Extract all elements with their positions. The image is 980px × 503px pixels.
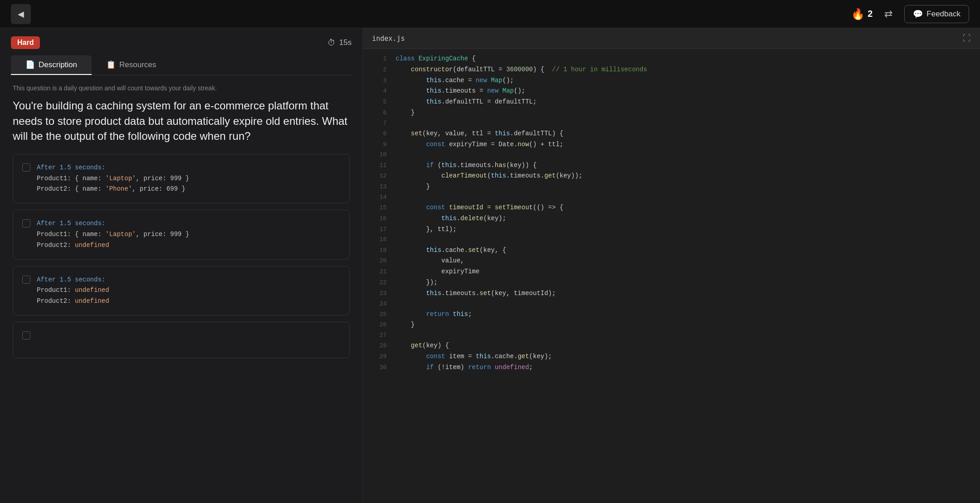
line-content: } xyxy=(396,108,415,118)
right-panel: index.js ⛶ 1class ExpiringCache {2 const… xyxy=(363,28,980,503)
code-line: 2 constructor(defaultTTL = 3600000) { //… xyxy=(363,64,980,75)
code-line: 4 this.timeouts = new Map(); xyxy=(363,86,980,97)
line-content: expiryTime xyxy=(396,266,480,277)
resources-tab-label: Resources xyxy=(119,60,156,69)
code-line: 8 set(key, value, ttl = this.defaultTTL)… xyxy=(363,128,980,139)
line-number: 21 xyxy=(370,267,387,277)
checkbox-b[interactable] xyxy=(22,219,30,227)
code-line: 22 }); xyxy=(363,277,980,288)
tab-description[interactable]: 📄 Description xyxy=(11,55,92,75)
code-line: 13 } xyxy=(363,182,980,192)
line-number: 17 xyxy=(370,225,387,235)
line-number: 20 xyxy=(370,256,387,266)
line-number: 28 xyxy=(370,341,387,351)
main-container: Hard ⏱ 15s 📄 Description 📋 Resources Thi… xyxy=(0,28,980,503)
line-content: return this; xyxy=(396,309,472,320)
line-content: }); xyxy=(396,277,437,288)
code-line: 18 xyxy=(363,235,980,245)
difficulty-badge: Hard xyxy=(11,36,40,49)
description-tab-icon: 📄 xyxy=(25,60,35,69)
line-content: this.defaultTTL = defaultTTL; xyxy=(396,97,537,108)
line-content: if (this.timeouts.has(key)) { xyxy=(396,160,537,171)
line-content: this.timeouts = new Map(); xyxy=(396,86,525,97)
feedback-label: Feedback xyxy=(926,10,960,19)
line-content: set(key, value, ttl = this.defaultTTL) { xyxy=(396,128,564,139)
line-number: 12 xyxy=(370,171,387,181)
line-content: if (!item) return undefined; xyxy=(396,362,533,373)
checkbox-c[interactable] xyxy=(22,276,30,284)
answer-option-d[interactable] xyxy=(13,322,350,358)
option-code-b: After 1.5 seconds: Product1: { name: 'La… xyxy=(37,218,189,251)
back-button[interactable]: ◀ xyxy=(11,4,31,24)
code-line: 27 xyxy=(363,330,980,340)
answer-option-b[interactable]: After 1.5 seconds: Product1: { name: 'La… xyxy=(13,210,350,259)
line-content: }, ttl); xyxy=(396,224,456,235)
code-line: 11 if (this.timeouts.has(key)) { xyxy=(363,160,980,171)
code-line: 14 xyxy=(363,192,980,202)
line-content: } xyxy=(396,182,430,192)
line-content: const item = this.cache.get(key); xyxy=(396,351,552,362)
line-number: 22 xyxy=(370,278,387,288)
chat-icon: 💬 xyxy=(913,9,923,19)
line-number: 18 xyxy=(370,235,387,245)
line-number: 30 xyxy=(370,363,387,373)
line-number: 16 xyxy=(370,214,387,224)
daily-note: This question is a daily question and wi… xyxy=(13,84,350,92)
line-number: 7 xyxy=(370,118,387,128)
panel-header: Hard ⏱ 15s xyxy=(0,28,363,49)
code-line: 24 xyxy=(363,299,980,309)
panel-content: This question is a daily question and wi… xyxy=(0,75,363,374)
topbar-right: 🔥 2 ⇄ 💬 Feedback xyxy=(851,5,969,23)
timer-value: 15s xyxy=(339,38,352,47)
line-number: 14 xyxy=(370,192,387,202)
line-number: 13 xyxy=(370,182,387,192)
file-tab: index.js xyxy=(372,35,405,43)
line-content: get(key) { xyxy=(396,340,449,351)
line-number: 19 xyxy=(370,246,387,256)
line-number: 29 xyxy=(370,352,387,362)
line-number: 8 xyxy=(370,129,387,139)
shuffle-icon: ⇄ xyxy=(884,8,892,20)
line-number: 15 xyxy=(370,203,387,213)
code-line: 6 } xyxy=(363,108,980,118)
code-line: 17 }, ttl); xyxy=(363,224,980,235)
code-line: 29 const item = this.cache.get(key); xyxy=(363,351,980,362)
streak-count: 2 xyxy=(867,9,872,19)
line-content: class ExpiringCache { xyxy=(396,54,475,64)
checkbox-d[interactable] xyxy=(22,331,30,340)
shuffle-button[interactable]: ⇄ xyxy=(882,5,895,23)
code-line: 19 this.cache.set(key, { xyxy=(363,245,980,256)
checkbox-a[interactable] xyxy=(22,163,30,172)
tabs: 📄 Description 📋 Resources xyxy=(11,55,352,75)
line-number: 27 xyxy=(370,330,387,340)
code-line: 5 this.defaultTTL = defaultTTL; xyxy=(363,97,980,108)
code-line: 28 get(key) { xyxy=(363,340,980,351)
feedback-button[interactable]: 💬 Feedback xyxy=(904,5,969,23)
line-content: this.cache = new Map(); xyxy=(396,75,514,86)
line-content: value, xyxy=(396,256,464,266)
left-panel: Hard ⏱ 15s 📄 Description 📋 Resources Thi… xyxy=(0,28,363,503)
line-number: 10 xyxy=(370,150,387,160)
line-number: 26 xyxy=(370,320,387,330)
line-number: 11 xyxy=(370,161,387,171)
line-number: 25 xyxy=(370,310,387,320)
line-content: } xyxy=(396,320,415,330)
code-line: 20 value, xyxy=(363,256,980,266)
description-tab-label: Description xyxy=(39,60,77,69)
answer-option-c[interactable]: After 1.5 seconds: Product1: undefined P… xyxy=(13,266,350,316)
option-code-c: After 1.5 seconds: Product1: undefined P… xyxy=(37,275,109,307)
answer-option-a[interactable]: After 1.5 seconds: Product1: { name: 'La… xyxy=(13,154,350,203)
line-number: 6 xyxy=(370,108,387,118)
editor-header: index.js ⛶ xyxy=(363,28,980,49)
line-content: const timeoutId = setTimeout(() => { xyxy=(396,202,564,213)
line-number: 4 xyxy=(370,86,387,96)
code-line: 3 this.cache = new Map(); xyxy=(363,75,980,86)
tab-resources[interactable]: 📋 Resources xyxy=(92,55,171,75)
question-text: You're building a caching system for an … xyxy=(13,98,350,144)
expand-button[interactable]: ⛶ xyxy=(963,34,971,43)
code-line: 21 expiryTime xyxy=(363,266,980,277)
topbar-left: ◀ xyxy=(11,4,31,24)
line-content: clearTimeout(this.timeouts.get(key)); xyxy=(396,171,583,182)
timer-icon: ⏱ xyxy=(328,38,336,48)
code-line: 30 if (!item) return undefined; xyxy=(363,362,980,373)
